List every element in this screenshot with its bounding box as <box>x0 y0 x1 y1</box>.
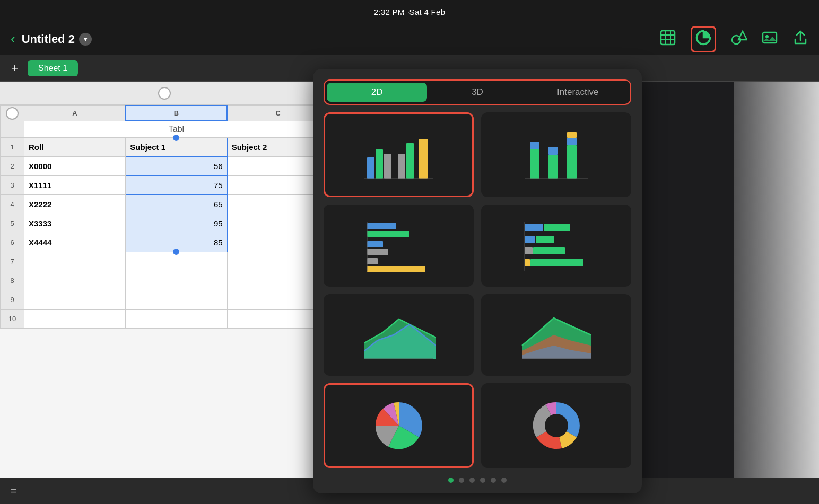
cell-s1-3[interactable]: 75 <box>126 176 227 195</box>
svg-rect-18 <box>548 155 558 179</box>
document-title: Untitled 2 <box>22 32 75 46</box>
add-sheet-button[interactable]: + <box>6 60 23 77</box>
bar-grouped-svg <box>362 128 436 181</box>
header-roll[interactable]: Roll <box>24 138 126 157</box>
cell-9a[interactable] <box>24 290 126 310</box>
chart-icon <box>695 30 711 46</box>
cell-8b[interactable] <box>126 271 227 290</box>
pagination-dot-2[interactable] <box>459 478 464 483</box>
donut-svg <box>519 399 594 452</box>
table-toolbar-icon[interactable] <box>660 30 676 49</box>
cell-roll-3[interactable]: X1111 <box>24 176 126 195</box>
pagination-dot-6[interactable] <box>501 478 507 483</box>
media-toolbar-icon[interactable] <box>762 30 778 49</box>
header-subject1[interactable]: Subject 1 <box>126 138 227 157</box>
svg-rect-27 <box>367 249 388 255</box>
svg-rect-11 <box>384 154 391 179</box>
share-toolbar-icon[interactable] <box>792 30 808 49</box>
svg-rect-25 <box>367 231 410 237</box>
cell-7a[interactable] <box>24 252 126 271</box>
cell-s1-5[interactable]: 95 <box>126 214 227 233</box>
sheet-tab-1[interactable]: Sheet 1 <box>28 60 78 76</box>
chart-bar-horizontal-grouped[interactable] <box>324 205 474 286</box>
tab-2d[interactable]: 2D <box>327 83 427 102</box>
cell-s1-2[interactable]: 56 <box>126 157 227 176</box>
cell-roll-4[interactable]: X2222 <box>24 195 126 214</box>
svg-point-8 <box>765 35 769 38</box>
pagination-dot-3[interactable] <box>469 478 475 483</box>
cell-s1-4[interactable]: 65 <box>126 195 227 214</box>
svg-rect-10 <box>376 149 383 179</box>
table-row: 1 Roll Subject 1 Subject 2 <box>1 138 329 157</box>
svg-rect-19 <box>548 147 558 155</box>
area-svg <box>362 308 436 361</box>
cell-roll-5[interactable]: X3333 <box>24 214 126 233</box>
svg-rect-21 <box>567 138 577 145</box>
row-num: 6 <box>1 233 24 252</box>
col-header-a[interactable]: A <box>24 105 126 121</box>
cell-10b[interactable] <box>126 310 227 329</box>
chart-donut[interactable] <box>481 383 631 468</box>
svg-rect-34 <box>536 236 554 243</box>
pie-svg <box>362 399 436 452</box>
chart-area[interactable] <box>324 294 474 376</box>
table-row: 7 <box>1 252 329 271</box>
table-row: 8 <box>1 271 329 290</box>
pagination-dot-4[interactable] <box>480 478 485 483</box>
col-header-b[interactable]: B <box>126 105 227 121</box>
tab-interactive[interactable]: Interactive <box>528 83 628 102</box>
bar-horiz-stacked-svg <box>519 219 594 272</box>
share-icon <box>792 30 808 46</box>
bar-stacked-svg <box>519 128 594 181</box>
title-dropdown[interactable]: ▾ <box>79 33 92 46</box>
row-num: 8 <box>1 271 24 290</box>
table-row: 5 X3333 95 <box>1 214 329 233</box>
row-num: 5 <box>1 214 24 233</box>
row-num: 4 <box>1 195 24 214</box>
table-row: 10 <box>1 310 329 329</box>
chart-type-tabs: 2D 3D Interactive <box>324 79 631 105</box>
svg-rect-24 <box>367 223 396 229</box>
cell-10a[interactable] <box>24 310 126 329</box>
chart-toolbar-icon[interactable] <box>691 26 716 52</box>
tab-3d[interactable]: 3D <box>427 83 527 102</box>
row-num: 9 <box>1 290 24 310</box>
circle-selector[interactable] <box>158 87 171 100</box>
chart-area-outlined[interactable] <box>481 294 631 376</box>
right-dim-overlay <box>734 82 819 504</box>
svg-rect-12 <box>398 154 405 179</box>
pagination-dot-5[interactable] <box>491 478 496 483</box>
row-num: 10 <box>1 310 24 329</box>
equals-icon[interactable]: = <box>11 485 17 497</box>
chart-bar-stacked[interactable] <box>481 112 631 197</box>
table-icon <box>660 30 676 46</box>
svg-rect-16 <box>530 149 539 179</box>
svg-rect-13 <box>406 143 414 179</box>
select-all-icon[interactable] <box>6 107 19 120</box>
svg-rect-31 <box>525 224 543 231</box>
chart-pie[interactable] <box>324 383 474 468</box>
cell-s1-6[interactable]: 85 <box>126 233 227 252</box>
svg-rect-29 <box>367 266 425 272</box>
cell-9b[interactable] <box>126 290 227 310</box>
chart-bar-grouped[interactable] <box>324 112 474 197</box>
row-num: 7 <box>1 252 24 271</box>
chart-bar-horizontal-stacked[interactable] <box>481 205 631 286</box>
cell-roll-6[interactable]: X4444 <box>24 233 126 252</box>
cell-8a[interactable] <box>24 271 126 290</box>
bar-horiz-grouped-svg <box>362 219 436 272</box>
back-button[interactable]: ‹ <box>11 31 15 47</box>
shapes-toolbar-icon[interactable] <box>731 30 747 49</box>
cell-roll-2[interactable]: X0000 <box>24 157 126 176</box>
svg-rect-32 <box>544 224 570 231</box>
row-num: 2 <box>1 157 24 176</box>
table-row: 4 X2222 65 <box>1 195 329 214</box>
pagination-dot-1[interactable] <box>448 478 454 483</box>
row-num: 1 <box>1 138 24 157</box>
pagination-dots <box>324 475 631 483</box>
shapes-icon <box>731 30 747 46</box>
svg-rect-37 <box>525 259 530 266</box>
title-bar: ‹ Untitled 2 ▾ <box>0 23 819 55</box>
spreadsheet-container: A B C Tabl 1 Roll Subject 1 Subject 2 <box>0 82 329 504</box>
table-row: 6 X4444 85 <box>1 233 329 252</box>
